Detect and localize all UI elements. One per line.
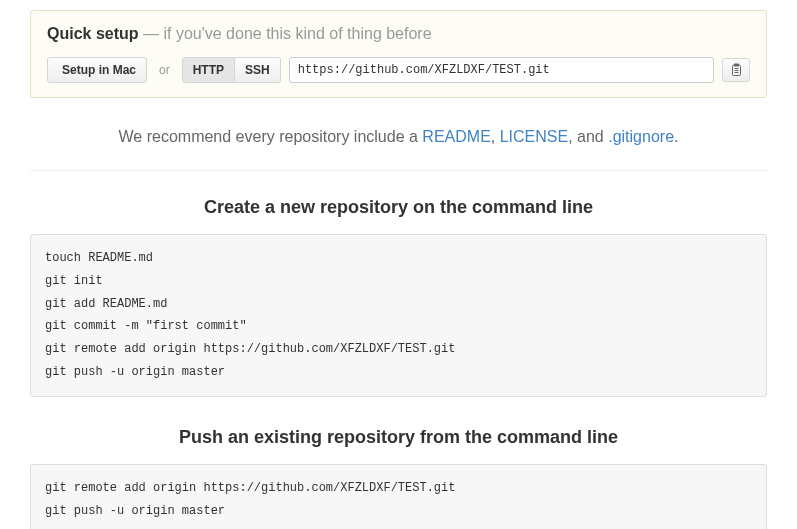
copy-url-button[interactable] <box>722 58 750 82</box>
setup-in-mac-button[interactable]: Setup in Mac <box>47 57 147 83</box>
readme-link[interactable]: README <box>422 128 490 145</box>
quick-setup-title-light: — if you've done this kind of thing befo… <box>139 25 432 42</box>
create-repo-code[interactable]: touch README.md git init git add README.… <box>30 234 767 397</box>
recommend-sep1: , <box>491 128 500 145</box>
quick-setup-title: Quick setup — if you've done this kind o… <box>47 25 750 43</box>
quick-setup-panel: Quick setup — if you've done this kind o… <box>30 10 767 98</box>
recommend-text: We recommend every repository include a … <box>30 120 767 170</box>
setup-in-mac-label: Setup in Mac <box>62 63 136 77</box>
quick-setup-title-strong: Quick setup <box>47 25 139 42</box>
protocol-ssh-button[interactable]: SSH <box>235 57 281 83</box>
gitignore-link[interactable]: .gitignore <box>608 128 674 145</box>
recommend-prefix: We recommend every repository include a <box>119 128 423 145</box>
push-repo-code[interactable]: git remote add origin https://github.com… <box>30 464 767 529</box>
divider <box>30 170 767 171</box>
recommend-period: . <box>674 128 678 145</box>
protocol-group: HTTP SSH <box>182 57 281 83</box>
svg-rect-1 <box>734 64 739 66</box>
protocol-http-button[interactable]: HTTP <box>182 57 235 83</box>
create-repo-title: Create a new repository on the command l… <box>30 197 767 218</box>
push-repo-title: Push an existing repository from the com… <box>30 427 767 448</box>
clipboard-icon <box>729 63 743 77</box>
clone-url-input[interactable] <box>289 57 714 83</box>
license-link[interactable]: LICENSE <box>500 128 568 145</box>
setup-row: Setup in Mac or HTTP SSH <box>47 57 750 83</box>
recommend-sep2: , and <box>568 128 608 145</box>
or-text: or <box>159 63 170 77</box>
